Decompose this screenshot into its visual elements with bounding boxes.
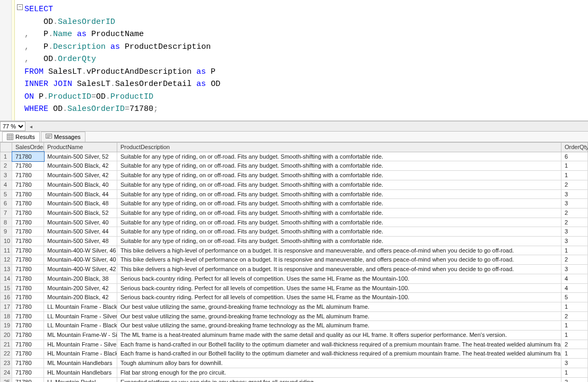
cell-productdescription[interactable]: Suitable for any type of riding, on or o…	[117, 208, 561, 218]
cell-orderqty[interactable]: 1	[561, 349, 588, 359]
table-row[interactable]: 671780Mountain-500 Black, 48Suitable for…	[1, 199, 588, 209]
cell-orderqty[interactable]: 2	[561, 218, 588, 227]
corner-cell[interactable]	[1, 143, 12, 152]
row-header[interactable]: 22	[1, 349, 12, 359]
table-row[interactable]: 2571780LL Mountain PedalExpanded platfor…	[1, 377, 588, 382]
cell-productname[interactable]: LL Mountain Frame - Black, 44	[44, 321, 117, 331]
row-header[interactable]: 12	[1, 255, 12, 265]
cell-productdescription[interactable]: Suitable for any type of riding, on or o…	[117, 171, 561, 180]
cell-productdescription[interactable]: Serious back-country riding. Perfect for…	[117, 283, 561, 293]
table-row[interactable]: 1071780Mountain-500 Silver, 48Suitable f…	[1, 237, 588, 246]
row-header[interactable]: 17	[1, 302, 12, 311]
row-header[interactable]: 18	[1, 311, 12, 321]
cell-salesorderid[interactable]: 71780	[12, 189, 44, 199]
cell-orderqty[interactable]: 3	[561, 265, 588, 274]
table-row[interactable]: 471780Mountain-500 Black, 40Suitable for…	[1, 180, 588, 189]
cell-salesorderid[interactable]: 71780	[12, 227, 44, 237]
cell-salesorderid[interactable]: 71780	[12, 302, 44, 311]
table-row[interactable]: 171780Mountain-500 Silver, 52Suitable fo…	[1, 152, 588, 161]
cell-productdescription[interactable]: The ML frame is a heat-treated aluminum …	[117, 331, 561, 340]
cell-productname[interactable]: Mountain-500 Silver, 52	[44, 152, 117, 161]
cell-productname[interactable]: Mountain-500 Silver, 44	[44, 227, 117, 237]
cell-productdescription[interactable]: Tough aluminum alloy bars for downhill.	[117, 359, 561, 368]
cell-productname[interactable]: Mountain-400-W Silver, 40	[44, 255, 117, 265]
cell-orderqty[interactable]: 5	[561, 293, 588, 302]
table-row[interactable]: 1771780LL Mountain Frame - Black, 48Our …	[1, 302, 588, 311]
cell-productname[interactable]: ML Mountain Handlebars	[44, 359, 117, 368]
cell-salesorderid[interactable]: 71780	[12, 331, 44, 340]
cell-orderqty[interactable]: 1	[561, 321, 588, 331]
col-header-salesorderid[interactable]: SalesOrderID	[12, 143, 44, 152]
cell-productname[interactable]: LL Mountain Frame - Black, 48	[44, 302, 117, 311]
cell-salesorderid[interactable]: 71780	[12, 349, 44, 359]
cell-salesorderid[interactable]: 71780	[12, 246, 44, 255]
cell-productname[interactable]: Mountain-200 Silver, 42	[44, 283, 117, 293]
cell-orderqty[interactable]: 3	[561, 237, 588, 246]
tab-results[interactable]: Results	[2, 132, 40, 142]
cell-productdescription[interactable]: Serious back-country riding. Perfect for…	[117, 274, 561, 283]
cell-productdescription[interactable]: Suitable for any type of riding, on or o…	[117, 227, 561, 237]
results-grid[interactable]: SalesOrderID ProductName ProductDescript…	[0, 142, 588, 382]
cell-productdescription[interactable]: Suitable for any type of riding, on or o…	[117, 199, 561, 209]
cell-productdescription[interactable]: Our best value utilizing the same, groun…	[117, 321, 561, 331]
cell-orderqty[interactable]: 6	[561, 152, 588, 161]
row-header[interactable]: 25	[1, 377, 12, 382]
cell-salesorderid[interactable]: 71780	[12, 171, 44, 180]
row-header[interactable]: 3	[1, 171, 12, 180]
row-header[interactable]: 1	[1, 152, 12, 161]
row-header[interactable]: 11	[1, 246, 12, 255]
cell-productname[interactable]: Mountain-500 Black, 40	[44, 180, 117, 189]
row-header[interactable]: 8	[1, 218, 12, 227]
row-header[interactable]: 2	[1, 161, 12, 171]
row-header[interactable]: 19	[1, 321, 12, 331]
table-row[interactable]: 571780Mountain-500 Black, 44Suitable for…	[1, 189, 588, 199]
cell-salesorderid[interactable]: 71780	[12, 265, 44, 274]
cell-orderqty[interactable]: 2	[561, 180, 588, 189]
cell-salesorderid[interactable]: 71780	[12, 180, 44, 189]
table-row[interactable]: 2171780HL Mountain Frame - Silver, 38Eac…	[1, 340, 588, 349]
table-row[interactable]: 1271780Mountain-400-W Silver, 40This bik…	[1, 255, 588, 265]
cell-salesorderid[interactable]: 71780	[12, 237, 44, 246]
cell-salesorderid[interactable]: 71780	[12, 311, 44, 321]
table-row[interactable]: 271780Mountain-500 Black, 42Suitable for…	[1, 161, 588, 171]
cell-salesorderid[interactable]: 71780	[12, 359, 44, 368]
cell-orderqty[interactable]: 4	[561, 283, 588, 293]
cell-orderqty[interactable]: 2	[561, 311, 588, 321]
cell-productname[interactable]: Mountain-500 Silver, 40	[44, 218, 117, 227]
cell-productname[interactable]: HL Mountain Frame - Black, 42	[44, 349, 117, 359]
cell-orderqty[interactable]: 2	[561, 255, 588, 265]
tab-messages[interactable]: Messages	[41, 132, 85, 142]
cell-salesorderid[interactable]: 71780	[12, 208, 44, 218]
sql-editor[interactable]: − SELECT OD.SalesOrderID, P.Name as Prod…	[0, 0, 588, 121]
cell-productdescription[interactable]: Suitable for any type of riding, on or o…	[117, 189, 561, 199]
cell-productdescription[interactable]: Each frame is hand-crafted in our Bothel…	[117, 340, 561, 349]
table-row[interactable]: 871780Mountain-500 Silver, 40Suitable fo…	[1, 218, 588, 227]
cell-productname[interactable]: HL Mountain Frame - Silver, 38	[44, 340, 117, 349]
cell-orderqty[interactable]: 1	[561, 161, 588, 171]
row-header[interactable]: 7	[1, 208, 12, 218]
cell-productdescription[interactable]: This bike delivers a high-level of perfo…	[117, 255, 561, 265]
table-row[interactable]: 2471780HL Mountain HandlebarsFlat bar st…	[1, 368, 588, 377]
table-row[interactable]: 771780Mountain-500 Black, 52Suitable for…	[1, 208, 588, 218]
cell-productname[interactable]: Mountain-400-W Silver, 42	[44, 265, 117, 274]
cell-productdescription[interactable]: This bike delivers a high-level of perfo…	[117, 265, 561, 274]
cell-productdescription[interactable]: Flat bar strong enough for the pro circu…	[117, 368, 561, 377]
cell-productdescription[interactable]: Suitable for any type of riding, on or o…	[117, 180, 561, 189]
cell-orderqty[interactable]: 1	[561, 171, 588, 180]
cell-productname[interactable]: Mountain-500 Black, 44	[44, 189, 117, 199]
row-header[interactable]: 6	[1, 199, 12, 209]
cell-salesorderid[interactable]: 71780	[12, 274, 44, 283]
row-header[interactable]: 15	[1, 283, 12, 293]
cell-productdescription[interactable]: Expanded platform so you can ride in any…	[117, 377, 561, 382]
cell-productname[interactable]: Mountain-500 Black, 42	[44, 161, 117, 171]
cell-orderqty[interactable]: 1	[561, 368, 588, 377]
cell-salesorderid[interactable]: 71780	[12, 340, 44, 349]
table-row[interactable]: 1471780Mountain-200 Black, 38Serious bac…	[1, 274, 588, 283]
cell-productname[interactable]: ML Mountain Frame-W - Silver, 42	[44, 331, 117, 340]
cell-productdescription[interactable]: This bike delivers a high-level of perfo…	[117, 246, 561, 255]
code-content[interactable]: SELECT OD.SalesOrderID, P.Name as Produc…	[24, 3, 220, 116]
cell-productdescription[interactable]: Each frame is hand-crafted in our Bothel…	[117, 349, 561, 359]
col-header-orderqty[interactable]: OrderQty	[561, 143, 588, 152]
row-header[interactable]: 10	[1, 237, 12, 246]
cell-productname[interactable]: LL Mountain Frame - Silver, 44	[44, 311, 117, 321]
